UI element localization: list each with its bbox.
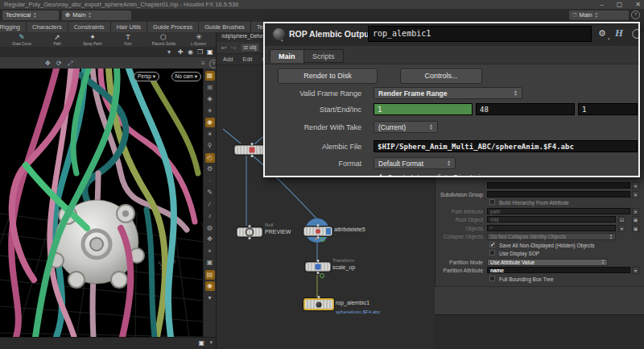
render-to-disk-button[interactable]: Render to Disk bbox=[278, 69, 378, 84]
shelf-tool-platonic-solids[interactable]: ⬡ Platonic Solids bbox=[150, 34, 177, 46]
viewport-tool-icon[interactable]: ◉ bbox=[205, 281, 215, 291]
viewport-tool-icon[interactable]: ▤ bbox=[205, 270, 215, 280]
partition-attribute-field[interactable]: name bbox=[487, 267, 630, 273]
scale-tool-icon[interactable]: ⤢ bbox=[68, 58, 72, 69]
panel-white-icon[interactable]: ▣ bbox=[207, 47, 213, 57]
render-with-take-dropdown[interactable]: (Current) ▲▼ bbox=[374, 121, 438, 133]
viewport-tool-icon[interactable]: ✥ bbox=[205, 235, 215, 244]
tab-main[interactable]: Main bbox=[270, 49, 304, 63]
node-name-input[interactable] bbox=[368, 26, 592, 42]
search-icon[interactable]: ◯ bbox=[632, 28, 640, 39]
shelf-tool-draw-curve[interactable]: ✎ Draw Curve bbox=[8, 34, 35, 46]
houdini-logo-icon[interactable]: H bbox=[615, 27, 623, 39]
gear-menu-icon[interactable]: ⚙ bbox=[598, 28, 606, 39]
op-chooser-icon[interactable]: ◉ bbox=[632, 225, 639, 232]
help-button[interactable]: ? bbox=[631, 10, 640, 19]
path-attribute-field[interactable]: path bbox=[487, 208, 630, 214]
op-path-icon[interactable]: ⊡ bbox=[618, 216, 625, 223]
shelf-tab[interactable]: Hair Utils bbox=[111, 22, 147, 32]
viewport-tool-icon[interactable]: ◉ bbox=[205, 118, 215, 127]
menu-edit[interactable]: Edit bbox=[242, 56, 252, 62]
dropdown-button[interactable]: ▾ bbox=[632, 191, 639, 198]
minimize-button[interactable]: – bbox=[600, 0, 603, 9]
format-dropdown[interactable]: Default Format ▲▼ bbox=[374, 157, 456, 169]
full-bbox-checkbox[interactable] bbox=[489, 276, 495, 281]
back-icon[interactable]: ↩ bbox=[221, 44, 227, 52]
shelf-tool-path[interactable]: ➚ Path bbox=[43, 34, 71, 46]
viewport-tool-icon[interactable]: ▾ bbox=[205, 293, 215, 303]
viewport-tool-icon[interactable]: ☀ bbox=[205, 130, 215, 139]
node-scale-up[interactable] bbox=[305, 262, 331, 272]
collapse-objects-dropdown[interactable]: Do Not Collapse Identity Objects ▲▼ bbox=[487, 233, 616, 240]
list-icon[interactable]: ≡ bbox=[201, 58, 205, 69]
shelf-tool-font[interactable]: T Font bbox=[114, 34, 142, 46]
persp-view-selector[interactable]: Persp ▾ bbox=[134, 72, 159, 81]
scene-viewport[interactable]: 125 bbox=[0, 69, 203, 337]
viewport-tool-icon[interactable]: ✎ bbox=[205, 188, 215, 197]
shelf-tool-lsystem[interactable]: ✳ L-System bbox=[185, 34, 213, 46]
menu-add[interactable]: Add bbox=[223, 56, 233, 62]
viewport-tool-icon[interactable]: ⚙ bbox=[205, 164, 215, 174]
maximize-button[interactable]: ▢ bbox=[617, 0, 623, 9]
dropdown-button[interactable]: ▾ bbox=[632, 182, 639, 189]
root-object-field[interactable]: /obj bbox=[487, 216, 616, 222]
node-attribdelete5[interactable] bbox=[303, 226, 332, 236]
dropdown-icon[interactable]: ▾ bbox=[167, 47, 171, 57]
frame-inc-field[interactable]: 1 bbox=[578, 103, 638, 115]
viewport-tool-icon[interactable]: ▣ bbox=[205, 258, 215, 268]
close-button[interactable]: ✕ bbox=[635, 0, 641, 9]
dropdown-icon[interactable]: ▾ bbox=[608, 36, 610, 41]
rotate-tool-icon[interactable]: ⟳ bbox=[56, 58, 62, 69]
viewport-tool-icon[interactable]: ⚲ bbox=[205, 141, 215, 151]
save-hidden-checkbox[interactable]: ✔ bbox=[489, 242, 495, 247]
viewport-tool-icon[interactable]: ⌖ bbox=[205, 247, 215, 256]
shelf-tab[interactable]: Guide Brushes bbox=[199, 22, 251, 32]
use-display-sop-checkbox[interactable] bbox=[489, 250, 495, 256]
valid-frame-range-dropdown[interactable]: Render Frame Range ▲▼ bbox=[374, 87, 522, 99]
alembic-file-field[interactable]: $HIP/Sphere_Anim_Multi_ABC/sphereAnim.$F… bbox=[374, 140, 638, 152]
forward-icon[interactable]: ↪ bbox=[231, 44, 237, 52]
target-icon[interactable]: ◉ bbox=[188, 47, 193, 57]
pane-desktop-selector[interactable]: ❒ Main ▲▼ bbox=[568, 10, 630, 21]
main-context-selector[interactable]: ⊕ Main ▲▼ bbox=[61, 10, 132, 21]
add-icon[interactable]: ✚ bbox=[178, 47, 184, 57]
shelf-tab[interactable]: Guide Process bbox=[147, 22, 199, 32]
shelf-tab[interactable]: Constraints bbox=[68, 22, 111, 32]
viewport-tool-icon[interactable]: ▦ bbox=[205, 71, 215, 81]
viewport-tool-icon[interactable]: ☀ bbox=[205, 106, 215, 116]
viewport-tool-icon[interactable]: ◍ bbox=[205, 223, 215, 233]
shelf-tab[interactable]: Characters bbox=[27, 22, 68, 32]
op-chooser-icon[interactable]: ◉ bbox=[632, 216, 639, 223]
shelf-tab[interactable]: Rigging bbox=[0, 22, 27, 32]
controls-button[interactable]: Controls... bbox=[400, 69, 482, 84]
dropdown-icon[interactable]: ▾ bbox=[281, 38, 283, 43]
viewport-tool-icon[interactable]: ♪ bbox=[205, 211, 215, 221]
spinner-icon[interactable]: ▲▼ bbox=[33, 12, 36, 18]
panel-icon[interactable]: ❒ bbox=[197, 47, 203, 57]
build-hierarchy-checkbox[interactable] bbox=[489, 199, 495, 205]
dropdown-button[interactable]: ▾ bbox=[632, 267, 639, 274]
spinner-icon[interactable]: ▲▼ bbox=[89, 12, 92, 18]
tab-scripts[interactable]: Scripts bbox=[303, 49, 344, 63]
objects-field[interactable]: * bbox=[487, 225, 616, 231]
node-rop-alembic1[interactable] bbox=[303, 298, 334, 310]
panel-white-icon[interactable]: ▣ bbox=[198, 339, 204, 347]
desktop-selector[interactable]: Technical ▲▼ bbox=[2, 10, 60, 21]
viewport-tool-icon[interactable]: ⊞ bbox=[205, 83, 215, 93]
move-tool-icon[interactable]: ✥ bbox=[45, 58, 51, 69]
node-preview[interactable] bbox=[237, 227, 262, 237]
viewport-tool-icon[interactable]: ∕ bbox=[205, 200, 215, 210]
viewport-tool-icon[interactable]: ◴ bbox=[205, 153, 215, 163]
frame-start-field[interactable]: 1 bbox=[374, 103, 473, 115]
create-dirs-checkbox[interactable]: ✔ bbox=[377, 172, 383, 177]
dropdown-icon[interactable]: ▾ bbox=[209, 339, 213, 346]
subdivision-group-field[interactable] bbox=[487, 191, 630, 197]
camera-selector[interactable]: No cam ▾ bbox=[171, 72, 201, 81]
dropdown-button[interactable]: ▾ bbox=[618, 225, 625, 232]
param-field[interactable] bbox=[487, 182, 630, 189]
obj-context-chip[interactable]: ⊡ obj bbox=[240, 43, 259, 52]
dropdown-button[interactable]: ▾ bbox=[632, 208, 639, 215]
spinner-icon[interactable]: ▲▼ bbox=[595, 12, 598, 18]
partition-mode-dropdown[interactable]: Use Attribute Value ▲▼ bbox=[487, 259, 608, 266]
viewport-tool-icon[interactable]: · bbox=[205, 177, 215, 186]
